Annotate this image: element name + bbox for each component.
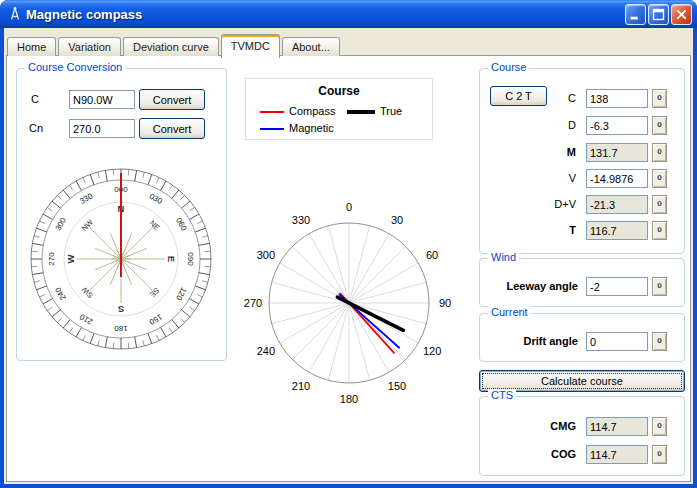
- compass-rose: 000030060090120150180210240270300330NNEE…: [25, 163, 217, 355]
- magnetic-line-sample-icon: [260, 128, 284, 130]
- leeway-degree-unit-button[interactable]: º: [652, 277, 667, 296]
- svg-text:120: 120: [423, 345, 441, 357]
- d-label: D: [520, 119, 576, 131]
- maximize-button[interactable]: [648, 4, 669, 25]
- svg-text:180: 180: [340, 393, 358, 405]
- svg-text:0: 0: [346, 201, 352, 213]
- close-button[interactable]: [671, 4, 692, 25]
- svg-text:330: 330: [292, 214, 310, 226]
- d-plus-v-degree-unit-button[interactable]: º: [652, 195, 667, 214]
- tab-about[interactable]: About...: [282, 37, 340, 56]
- current-group-title: Current: [488, 306, 531, 318]
- svg-text:30: 30: [391, 214, 403, 226]
- legend-compass-label: Compass: [289, 105, 335, 117]
- m-label: M: [520, 146, 576, 158]
- window-controls: [625, 4, 692, 25]
- maximize-icon: [649, 4, 668, 25]
- course-legend: Course Compass True Magnetic: [245, 78, 433, 140]
- d-plus-v-label: D+V: [520, 198, 576, 210]
- leeway-angle-input[interactable]: [586, 277, 648, 296]
- convert-cn-button[interactable]: Convert: [139, 118, 205, 139]
- current-group: Current Drift angle º: [479, 313, 685, 362]
- v-input[interactable]: [586, 169, 648, 188]
- svg-text:W: W: [65, 254, 76, 263]
- cmg-degree-unit-button[interactable]: º: [652, 417, 667, 436]
- drift-degree-unit-button[interactable]: º: [652, 332, 667, 351]
- drift-angle-label: Drift angle: [480, 335, 578, 347]
- course-group-title: Course: [488, 61, 529, 73]
- window-body: Home Variation Deviation curve TVMDC Abo…: [4, 28, 693, 484]
- svg-text:60: 60: [426, 249, 438, 261]
- course-polar-chart: 0306090120150180210240270300330: [234, 188, 464, 418]
- svg-text:090: 090: [186, 252, 195, 266]
- legend-true-label: True: [380, 105, 402, 117]
- svg-text:150: 150: [388, 380, 406, 392]
- compass-line-sample-icon: [260, 111, 284, 113]
- convert-c-button[interactable]: Convert: [139, 89, 205, 110]
- cts-group: CTS CMG º COG º: [479, 396, 685, 476]
- d-plus-v-input[interactable]: [586, 195, 648, 214]
- leeway-angle-label: Leeway angle: [480, 280, 578, 292]
- legend-magnetic-label: Magnetic: [289, 122, 334, 134]
- cog-label: COG: [488, 448, 576, 460]
- d-degree-unit-button[interactable]: º: [652, 116, 667, 135]
- course-group: Course C 2 T C º D º M º V º D+V º T: [479, 68, 685, 254]
- v-degree-unit-button[interactable]: º: [652, 169, 667, 188]
- svg-text:90: 90: [439, 297, 451, 309]
- tvmdc-page: Course Conversion C Convert Cn Convert 0…: [6, 55, 691, 482]
- c-course-label: C: [520, 92, 576, 104]
- t-degree-unit-button[interactable]: º: [652, 221, 667, 240]
- t-input[interactable]: [586, 221, 648, 240]
- svg-text:180: 180: [114, 324, 128, 333]
- tab-bar: Home Variation Deviation curve TVMDC Abo…: [7, 33, 342, 56]
- cn-label: Cn: [29, 122, 43, 134]
- m-input[interactable]: [586, 143, 648, 162]
- svg-text:210: 210: [292, 380, 310, 392]
- app-window: Magnetic compass Home Variation Deviatio…: [0, 0, 697, 488]
- window-title: Magnetic compass: [26, 7, 142, 22]
- wind-group: Wind Leeway angle º: [479, 258, 685, 307]
- c-course-input[interactable]: [586, 89, 648, 108]
- titlebar: Magnetic compass: [0, 0, 697, 28]
- c-label: C: [31, 93, 39, 105]
- svg-text:270: 270: [47, 252, 56, 266]
- c-input[interactable]: [69, 90, 135, 109]
- course-conversion-group: Course Conversion C Convert Cn Convert 0…: [16, 68, 227, 361]
- cog-input[interactable]: [586, 445, 648, 464]
- true-line-sample-icon: [347, 110, 375, 114]
- tab-variation[interactable]: Variation: [58, 37, 121, 56]
- legend-title: Course: [246, 84, 432, 98]
- app-icon: [7, 6, 23, 22]
- svg-text:E: E: [166, 256, 177, 262]
- tab-tvmdc[interactable]: TVMDC: [221, 34, 280, 58]
- drift-angle-input[interactable]: [586, 332, 648, 351]
- d-input[interactable]: [586, 116, 648, 135]
- minimize-button[interactable]: [625, 4, 646, 25]
- tab-deviation-curve[interactable]: Deviation curve: [123, 37, 219, 56]
- svg-text:S: S: [118, 304, 124, 315]
- svg-text:270: 270: [244, 297, 262, 309]
- wind-group-title: Wind: [488, 251, 519, 263]
- tab-home[interactable]: Home: [7, 37, 56, 56]
- minimize-icon: [626, 4, 645, 25]
- cmg-label: CMG: [488, 420, 576, 432]
- cog-degree-unit-button[interactable]: º: [652, 445, 667, 464]
- close-icon: [672, 4, 691, 25]
- cts-group-title: CTS: [488, 389, 516, 401]
- v-label: V: [520, 172, 576, 184]
- m-degree-unit-button[interactable]: º: [652, 143, 667, 162]
- cn-input[interactable]: [69, 119, 135, 138]
- c-degree-unit-button[interactable]: º: [652, 89, 667, 108]
- course-conversion-title: Course Conversion: [25, 61, 125, 73]
- svg-text:300: 300: [257, 249, 275, 261]
- cmg-input[interactable]: [586, 417, 648, 436]
- svg-text:240: 240: [257, 345, 275, 357]
- t-label: T: [520, 224, 576, 236]
